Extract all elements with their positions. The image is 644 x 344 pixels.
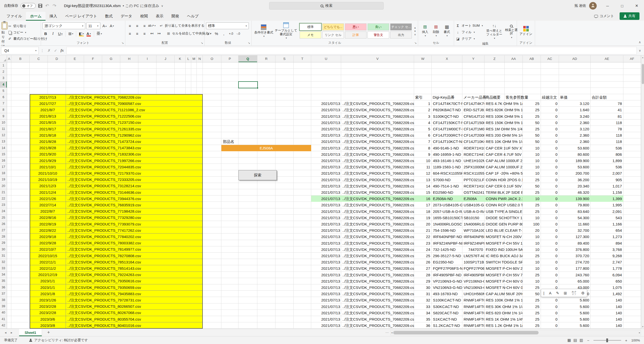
sheet-nav-right-icon[interactable]: ▸ (9, 331, 15, 334)
carryover-cell[interactable]: 0 (541, 196, 557, 202)
order-file-cell[interactable]: ../注文CSV/DK_PRODUCTS_80355704.csv (66, 316, 203, 322)
text-cursor-icon[interactable]: | (543, 291, 544, 295)
cell-style-chip[interactable]: どちらでも... (322, 23, 344, 30)
column-header[interactable]: W (414, 55, 432, 62)
unit-price-cell[interactable]: 5.600 (559, 316, 589, 322)
order-file-cell[interactable]: ../注文CSV/DK_PRODUCTS_70682209.csv (342, 164, 414, 170)
description-cell[interactable]: CAP ALUM 1000UF 20% 50V (486, 158, 522, 164)
redo-icon[interactable]: ↷ (52, 3, 57, 9)
order-file-cell[interactable]: ../注文CSV/DK_PRODUCTS_70682209.csv (342, 126, 414, 132)
row-header[interactable]: 29 (0, 240, 7, 246)
description-cell[interactable]: DIODE SCHOTTKY 150V 10A (486, 215, 522, 221)
digikey-part-cell[interactable]: CF14JT200RCT-ND (433, 132, 462, 138)
result-column-header[interactable]: 索引 (415, 94, 423, 100)
total-cell[interactable]: 1,273 (591, 234, 622, 240)
index-cell[interactable]: 15 (414, 189, 430, 196)
total-cell[interactable]: 6,094 (591, 272, 622, 278)
order-date-cell[interactable]: 2021/07/13 (311, 183, 340, 189)
order-date-cell[interactable]: 2021/07/13 (311, 322, 340, 329)
result-column-header[interactable]: メーカー品番 (463, 94, 486, 100)
order-date-cell[interactable]: 2022/10/15 (30, 253, 66, 259)
order-file-cell[interactable]: ../注文CSV/DK_PRODUCTS_70682209.csv (342, 297, 414, 303)
increase-indent-button[interactable]: ↦ (156, 30, 162, 37)
order-date-cell[interactable]: 2023/1/26 (30, 297, 66, 303)
save-icon[interactable] (38, 4, 42, 8)
description-cell[interactable]: CAP ALUM 56UF 20% 50V (486, 291, 522, 297)
insert-function-icon[interactable]: fx (59, 48, 65, 53)
cell-style-chip[interactable]: 標準 (300, 23, 321, 30)
digikey-part-cell[interactable]: S1.2KCACT-ND (433, 322, 462, 329)
zoom-slider[interactable] (593, 340, 621, 341)
order-file-cell[interactable]: ../注文CSV/DK_PRODUCTS_77393079.csv (66, 221, 203, 227)
order-file-cell[interactable]: ../注文CSV/DK_PRODUCTS_70682209.csv (342, 215, 414, 221)
ime-settings-icon[interactable]: ⚙ (581, 291, 584, 295)
order-date-cell[interactable]: 2021/12/3 (30, 183, 66, 189)
order-date-cell[interactable]: 2021/07/13 (311, 113, 340, 120)
order-date-cell[interactable]: 2023/2/28 (30, 303, 66, 310)
fill-handle[interactable] (257, 87, 258, 89)
order-file-cell[interactable]: ../注文CSV/DK_PRODUCTS_70682209.csv (342, 278, 414, 284)
page-break-preview-icon[interactable]: ▥ (580, 338, 583, 342)
description-cell[interactable]: RES 200 OHM 5% 1/4W (486, 132, 522, 138)
order-file-cell[interactable]: ../注文CSV/DK_PRODUCTS_78003382.csv (66, 240, 203, 246)
index-cell[interactable]: 29 (414, 278, 430, 284)
order-date-cell[interactable]: 2021/8/13 (30, 113, 66, 120)
unit-price-cell[interactable]: 54.300 (559, 215, 589, 221)
unit-price-cell[interactable]: 5.600 (559, 322, 589, 329)
order-date-cell[interactable]: 2022/11/2 (30, 265, 66, 272)
quantity-cell[interactable]: 100 (523, 221, 539, 227)
order-date-cell[interactable]: 2021/9/29 (30, 158, 66, 164)
gallery-more-icon[interactable]: ≡ (414, 33, 416, 36)
carryover-cell[interactable]: 0 (541, 177, 557, 183)
index-cell[interactable]: 12 (414, 170, 430, 176)
order-file-cell[interactable]: ../注文CSV/DK_PRODUCTS_78270808.csv (66, 253, 203, 259)
unit-price-cell[interactable]: 83.640 (559, 208, 589, 215)
ribbon-tab[interactable]: 挿入 (46, 12, 61, 21)
carryover-cell[interactable]: 0 (541, 151, 557, 158)
quantity-cell[interactable]: 10 (523, 234, 539, 240)
order-date-cell[interactable]: 2021/07/13 (311, 196, 340, 202)
unit-price-cell[interactable]: 79.800 (559, 202, 589, 208)
carryover-cell[interactable]: 0 (541, 208, 557, 215)
description-cell[interactable]: CAP CER 0.1UF 50V X7R (486, 183, 522, 189)
ime-pad-icon[interactable]: ✎ (556, 291, 559, 295)
order-file-cell[interactable]: ../注文CSV/DK_PRODUCTS_70682209.csv (342, 189, 414, 196)
total-cell[interactable]: 1,075 (591, 284, 622, 291)
digikey-part-cell[interactable]: FQPF27P06FS-ND (433, 265, 462, 272)
autosave-toggle[interactable]: オフ (21, 3, 36, 9)
quantity-cell[interactable]: 25 (523, 177, 539, 183)
index-cell[interactable]: 13 (414, 177, 430, 183)
carryover-cell[interactable]: 0 (541, 100, 557, 107)
carryover-cell[interactable]: 0 (541, 259, 557, 265)
collapse-ribbon-icon[interactable]: ∧ (638, 40, 641, 44)
ime-toolbar[interactable]: |A✎⊞カナオフ⚙ (541, 289, 587, 297)
column-header[interactable]: H (120, 55, 138, 62)
result-column-header[interactable]: 商品概要 (486, 94, 501, 100)
order-file-cell[interactable]: ../注文CSV/DK_PRODUCTS_78513164.csv (66, 259, 203, 265)
order-date-cell[interactable]: 2021/10/1 (30, 164, 66, 170)
maker-part-cell[interactable]: IRF9Z24NPBF (464, 240, 484, 246)
unit-price-cell[interactable]: 3.120 (559, 100, 589, 107)
row-header[interactable]: 38 (0, 297, 7, 303)
index-cell[interactable]: 20 (414, 221, 430, 227)
order-date-cell[interactable]: 2021/8/28 (30, 145, 66, 151)
carryover-cell[interactable]: 0 (541, 189, 557, 196)
order-date-cell[interactable]: 2021/8/18 (30, 132, 66, 138)
quantity-cell[interactable]: 25 (523, 202, 539, 208)
column-header[interactable]: AC (541, 55, 559, 62)
order-date-cell[interactable]: 2021/07/13 (311, 215, 340, 221)
ribbon-tab[interactable]: 表示 (152, 12, 167, 21)
order-file-cell[interactable]: ../注文CSV/DK_PRODUCTS_77840202.csv (66, 234, 203, 240)
digikey-part-cell[interactable]: EG2350-ND (433, 259, 462, 265)
total-cell[interactable]: 118 (591, 132, 622, 138)
maker-part-cell[interactable]: VP2106N3-G (464, 278, 484, 284)
description-cell[interactable]: RES 1.2K OHM 1% 1/4W (486, 322, 522, 329)
insert-cells-button[interactable]: ⊞挿入▾ (420, 22, 430, 40)
maker-part-cell[interactable]: 1N4006RLG (464, 221, 484, 227)
autosum-button[interactable]: Σオート SUM▾ (456, 23, 483, 28)
row-header[interactable]: 11 (0, 126, 7, 132)
column-header[interactable]: Q (238, 55, 257, 62)
align-center-button[interactable]: ≡ (134, 30, 140, 37)
order-date-cell[interactable]: 2022/7/14 (30, 202, 66, 208)
order-file-cell[interactable]: ../注文CSV/DK_PRODUCTS_79728731.csv (66, 297, 203, 303)
